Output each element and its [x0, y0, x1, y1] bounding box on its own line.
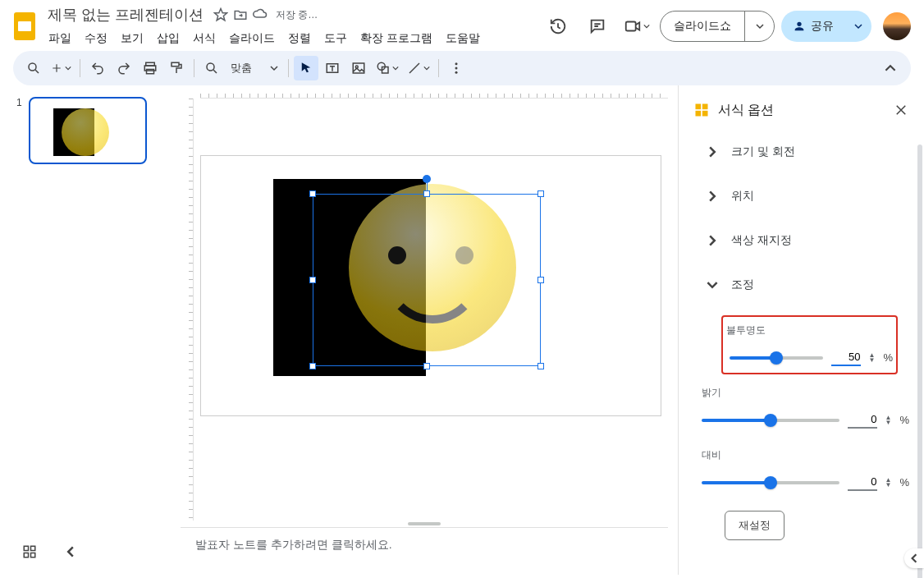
- zoom-fit-select[interactable]: 맞춤: [226, 56, 283, 80]
- svg-rect-25: [31, 553, 35, 557]
- opacity-input[interactable]: [831, 349, 861, 366]
- svg-rect-24: [24, 553, 28, 557]
- document-title[interactable]: 제목 없는 프레젠테이션: [43, 3, 208, 26]
- speaker-notes[interactable]: 발표자 노트를 추가하려면 클릭하세요.: [181, 527, 668, 565]
- cloud-status-icon[interactable]: [253, 7, 268, 22]
- opacity-slider[interactable]: [730, 356, 823, 360]
- slideshow-button: 슬라이드쇼: [660, 11, 775, 42]
- side-panel-toggle[interactable]: [904, 548, 924, 568]
- comments-icon[interactable]: [581, 10, 614, 43]
- svg-marker-2: [215, 9, 227, 21]
- opacity-slider-thumb[interactable]: [770, 351, 783, 365]
- brightness-stepper[interactable]: ▲▼: [885, 415, 892, 425]
- contrast-slider[interactable]: [702, 481, 839, 484]
- redo-icon[interactable]: [112, 56, 136, 80]
- account-avatar[interactable]: [883, 12, 911, 40]
- shape-tool-icon[interactable]: [373, 56, 402, 80]
- brightness-input[interactable]: [848, 411, 877, 429]
- slideshow-main[interactable]: 슬라이드쇼: [661, 19, 744, 34]
- image-tool-icon[interactable]: [346, 56, 371, 80]
- search-menus-icon[interactable]: [21, 56, 46, 80]
- undo-icon[interactable]: [85, 56, 110, 80]
- resize-handle-bm[interactable]: [423, 363, 430, 369]
- svg-point-15: [455, 62, 458, 65]
- menu-view[interactable]: 보기: [115, 28, 149, 49]
- format-options-icon: [693, 102, 710, 118]
- meet-icon[interactable]: [620, 10, 653, 43]
- menu-slide[interactable]: 슬라이드: [223, 28, 281, 49]
- slideshow-dropdown[interactable]: [744, 11, 774, 41]
- close-panel-icon[interactable]: [891, 100, 911, 120]
- resize-handle-bl[interactable]: [309, 363, 316, 369]
- svg-point-4: [29, 63, 36, 71]
- menu-insert[interactable]: 삽입: [151, 28, 185, 49]
- explore-icon[interactable]: [15, 537, 44, 567]
- opacity-stepper[interactable]: ▲▼: [869, 353, 876, 363]
- contrast-input[interactable]: [848, 474, 877, 491]
- resize-handle-tm[interactable]: [423, 190, 430, 197]
- menu-edit[interactable]: 수정: [79, 28, 113, 49]
- move-folder-icon[interactable]: [233, 7, 248, 22]
- saving-status: 저장 중…: [276, 8, 318, 22]
- prev-slide-icon[interactable]: [56, 537, 85, 567]
- rotate-handle[interactable]: [423, 175, 431, 183]
- slide-canvas[interactable]: [194, 99, 668, 521]
- resize-handle-ml[interactable]: [309, 277, 316, 283]
- resize-handle-mr[interactable]: [537, 277, 544, 283]
- menu-tools[interactable]: 도구: [318, 28, 353, 49]
- brightness-slider[interactable]: [702, 419, 839, 422]
- textbox-tool-icon[interactable]: [320, 56, 345, 80]
- section-size-rotate[interactable]: 크기 및 회전: [679, 130, 924, 174]
- menu-extensions[interactable]: 확장 프로그램: [355, 28, 438, 49]
- select-tool-icon[interactable]: [294, 56, 318, 80]
- header-actions: 슬라이드쇼 공유: [542, 10, 911, 43]
- chevron-right-icon: [705, 146, 720, 158]
- panel-title: 서식 옵션: [718, 102, 883, 119]
- canvas-area: 발표자 노트를 추가하려면 클릭하세요.: [171, 85, 678, 575]
- menu-help[interactable]: 도움말: [440, 28, 486, 49]
- chevron-down-icon: [705, 279, 720, 291]
- svg-rect-3: [626, 22, 636, 31]
- slide-thumbnail-1[interactable]: [29, 97, 147, 164]
- reset-button[interactable]: 재설정: [725, 511, 784, 540]
- opacity-label: 불투명도: [726, 323, 896, 337]
- share-button: 공유: [781, 11, 871, 42]
- speaker-notes-resize[interactable]: [181, 521, 668, 527]
- svg-rect-1: [18, 21, 31, 31]
- resize-handle-tl[interactable]: [309, 190, 316, 197]
- history-icon[interactable]: [542, 10, 574, 43]
- selection-box[interactable]: [313, 194, 541, 366]
- zoom-icon[interactable]: [199, 56, 224, 80]
- resize-handle-tr[interactable]: [537, 190, 544, 197]
- section-recolor[interactable]: 색상 재지정: [679, 218, 924, 263]
- section-position[interactable]: 위치: [679, 174, 924, 218]
- menu-arrange[interactable]: 정렬: [282, 28, 317, 49]
- print-icon[interactable]: [138, 56, 162, 80]
- more-tools-icon[interactable]: [444, 56, 469, 80]
- collapse-toolbar-icon[interactable]: [878, 56, 903, 80]
- brightness-slider-thumb[interactable]: [764, 414, 777, 427]
- chevron-right-icon: [705, 235, 720, 246]
- vertical-ruler[interactable]: [181, 99, 194, 521]
- section-adjust[interactable]: 조정: [679, 263, 924, 307]
- horizontal-ruler[interactable]: [200, 85, 668, 99]
- contrast-slider-thumb[interactable]: [764, 476, 777, 489]
- paint-format-icon[interactable]: [164, 56, 189, 80]
- svg-rect-19: [702, 104, 708, 110]
- share-main[interactable]: 공유: [781, 19, 845, 34]
- brightness-label: 밝기: [702, 386, 909, 400]
- menu-format[interactable]: 서식: [187, 28, 222, 49]
- menu-file[interactable]: 파일: [43, 28, 77, 49]
- star-icon[interactable]: [213, 7, 228, 22]
- resize-handle-br[interactable]: [537, 363, 544, 369]
- slides-logo-icon[interactable]: [10, 11, 39, 41]
- contrast-stepper[interactable]: ▲▼: [885, 478, 892, 488]
- new-slide-button[interactable]: [48, 56, 75, 80]
- svg-rect-11: [353, 63, 364, 73]
- svg-rect-18: [696, 104, 702, 110]
- percent-label: %: [899, 414, 909, 426]
- share-dropdown[interactable]: [845, 11, 871, 42]
- panel-scrollbar[interactable]: [917, 144, 922, 578]
- line-tool-icon[interactable]: [404, 56, 433, 80]
- slide-1[interactable]: [201, 156, 661, 415]
